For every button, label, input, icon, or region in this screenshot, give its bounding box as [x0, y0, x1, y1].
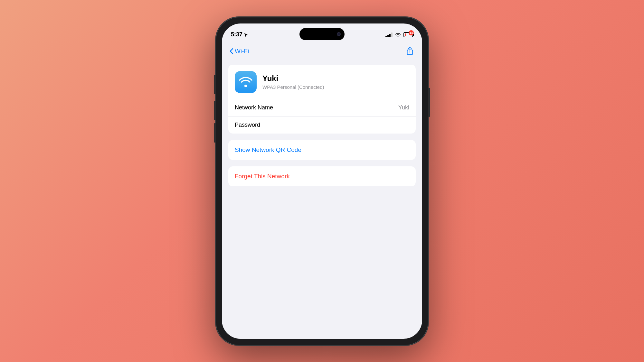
battery-fill [405, 33, 406, 36]
status-time: 5:37 [231, 31, 248, 38]
battery-badge: 14 [409, 30, 414, 35]
battery-indicator: 14 [403, 32, 413, 37]
signal-strength-icon [385, 32, 393, 37]
wifi-badge-svg [238, 76, 253, 88]
network-name-value: Yuki [398, 104, 409, 111]
qr-code-label: Show Network QR Code [235, 146, 301, 153]
network-header: Yuki WPA3 Personal (Connected) [228, 65, 416, 99]
front-camera [337, 32, 341, 36]
network-info-text: Yuki WPA3 Personal (Connected) [262, 74, 324, 90]
back-label: Wi-Fi [235, 48, 249, 55]
time-display: 5:37 [231, 31, 242, 38]
back-button[interactable]: Wi-Fi [230, 48, 249, 55]
forget-network-label: Forget This Network [235, 173, 290, 180]
network-name-label: Network Name [235, 104, 273, 111]
show-qr-code-button[interactable]: Show Network QR Code [228, 140, 416, 160]
main-content: Yuki WPA3 Personal (Connected) Network N… [222, 60, 422, 339]
network-info-card: Yuki WPA3 Personal (Connected) Network N… [228, 65, 416, 134]
network-security-status: WPA3 Personal (Connected) [262, 84, 324, 90]
forget-network-button[interactable]: Forget This Network [228, 166, 416, 186]
back-chevron-icon [230, 48, 233, 54]
status-right-icons: 14 [385, 32, 413, 37]
location-icon [244, 32, 248, 37]
wifi-status-icon [395, 32, 401, 37]
password-label: Password [235, 122, 260, 128]
phone-frame: 5:37 [216, 17, 428, 345]
phone-screen: 5:37 [222, 23, 422, 339]
network-name-row[interactable]: Network Name Yuki [228, 99, 416, 116]
wifi-badge-icon [235, 71, 257, 93]
password-row[interactable]: Password [228, 116, 416, 134]
navigation-bar: Wi-Fi [222, 43, 422, 60]
svg-point-1 [244, 85, 247, 87]
dynamic-island [299, 28, 345, 40]
share-button[interactable] [405, 47, 414, 56]
network-name-heading: Yuki [262, 74, 324, 83]
